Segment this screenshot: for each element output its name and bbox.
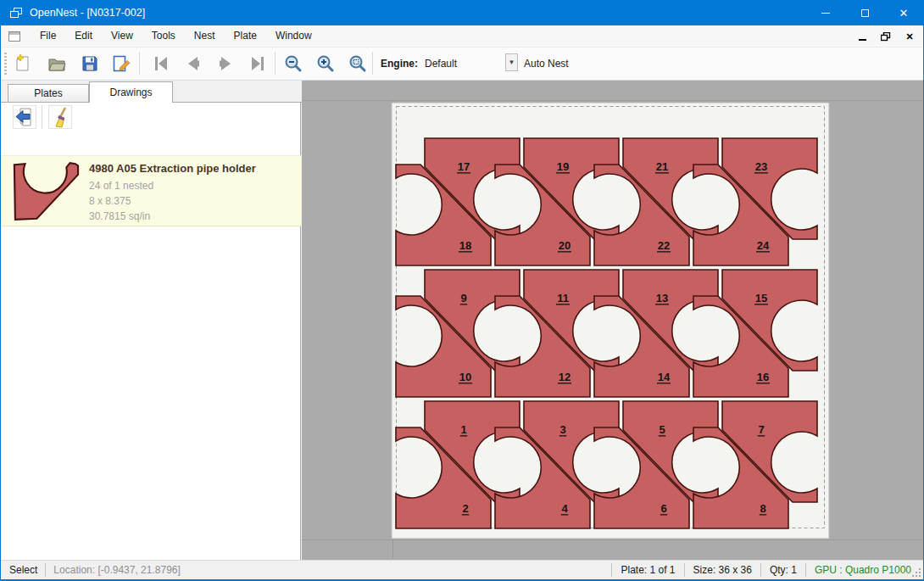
engine-combo-arrow-icon[interactable]: ▼ xyxy=(505,53,518,71)
open-button[interactable] xyxy=(46,52,68,75)
engine-combobox[interactable]: Default xyxy=(425,58,457,70)
first-plate-button[interactable] xyxy=(150,52,172,75)
menu-window[interactable]: Window xyxy=(266,25,321,47)
close-button[interactable]: ✕ xyxy=(884,0,923,25)
sidebar-tabs: Plates Drawings xyxy=(1,81,302,103)
mdi-child-icon[interactable] xyxy=(8,31,20,42)
tab-plates[interactable]: Plates xyxy=(8,84,89,103)
resize-grip[interactable] xyxy=(912,568,921,578)
zoom-extents-icon xyxy=(348,53,368,74)
nav-last-icon xyxy=(248,53,268,74)
part-number: 7 xyxy=(758,423,764,436)
part-number: 1 xyxy=(460,423,466,436)
mdi-restore-button[interactable] xyxy=(877,29,894,44)
clear-drawings-button[interactable] xyxy=(48,105,72,129)
drawing-list-item[interactable]: 4980 A05 Extraction pipe holder 24 of 1 … xyxy=(1,155,301,226)
status-plate: Plate: 1 of 1 xyxy=(621,564,675,576)
part-number: 15 xyxy=(755,292,767,304)
nav-next-icon xyxy=(215,53,236,74)
maximize-button[interactable] xyxy=(845,0,884,25)
mdi-close-button[interactable]: ✕ xyxy=(901,29,918,44)
maximize-icon xyxy=(861,9,869,17)
zoom-in-button[interactable] xyxy=(314,52,337,75)
new-file-button[interactable] xyxy=(14,52,36,75)
nav-first-icon xyxy=(151,53,171,74)
part-number: 20 xyxy=(559,239,571,252)
part-number: 17 xyxy=(458,160,470,173)
tab-drawings[interactable]: Drawings xyxy=(89,81,173,103)
engine-label: Engine: xyxy=(381,58,418,70)
new-file-icon xyxy=(14,53,35,74)
mdi-restore-icon xyxy=(881,32,891,42)
part-number: 5 xyxy=(659,423,665,436)
move-to-plates-button[interactable] xyxy=(13,105,36,129)
part-number: 6 xyxy=(660,502,666,515)
part-number: 23 xyxy=(755,160,767,173)
save-edit-icon xyxy=(111,53,131,74)
clear-broom-icon xyxy=(49,106,71,128)
menu-nest[interactable]: Nest xyxy=(185,25,225,47)
drawing-area: 30.7815 sq/in xyxy=(89,210,150,222)
menu-tools[interactable]: Tools xyxy=(142,25,185,47)
save-button[interactable] xyxy=(79,52,101,75)
save-edit-button[interactable] xyxy=(110,52,132,75)
status-gpu: GPU : Quadro P1000 xyxy=(815,564,911,576)
menu-view[interactable]: View xyxy=(102,25,142,47)
prev-plate-button[interactable] xyxy=(182,52,204,75)
status-separator xyxy=(684,563,685,577)
zoom-out-button[interactable] xyxy=(282,52,304,75)
next-plate-button[interactable] xyxy=(214,52,237,75)
minimize-icon xyxy=(821,13,830,14)
toolbar-grip xyxy=(4,53,7,75)
part-number: 24 xyxy=(757,239,770,252)
mdi-minimize-button[interactable] xyxy=(854,29,871,44)
mdi-minimize-icon xyxy=(859,39,866,41)
part-number: 16 xyxy=(757,371,769,383)
app-window: OpenNest - [N0317-002] ✕ File Edit View … xyxy=(0,0,924,581)
last-plate-button[interactable] xyxy=(247,52,269,75)
drawing-thumbnail xyxy=(11,161,82,222)
part-number: 4 xyxy=(561,502,568,515)
menu-file[interactable]: File xyxy=(31,25,65,47)
move-to-plates-icon xyxy=(14,106,36,128)
part-number: 18 xyxy=(459,239,471,252)
nest-canvas[interactable]: 171921231820222491113151012141613572468 xyxy=(302,81,924,560)
status-mode: Select xyxy=(9,564,37,576)
drawings-panel: 4980 A05 Extraction pipe holder 24 of 1 … xyxy=(1,103,301,560)
open-folder-icon xyxy=(47,53,67,74)
zoom-extents-button[interactable] xyxy=(347,52,369,75)
menu-edit[interactable]: Edit xyxy=(65,25,102,47)
part-number: 22 xyxy=(658,239,670,252)
part-number: 11 xyxy=(557,292,569,304)
status-size: Size: 36 x 36 xyxy=(693,564,752,576)
part-number: 10 xyxy=(459,371,471,383)
minimize-button[interactable] xyxy=(806,0,845,25)
menu-bar: File Edit View Tools Nest Plate Window ✕ xyxy=(1,25,923,47)
status-separator xyxy=(45,563,46,577)
part-number: 2 xyxy=(462,502,468,515)
save-icon xyxy=(80,53,100,74)
part-number: 3 xyxy=(559,423,565,436)
part-number: 13 xyxy=(656,292,668,304)
auto-nest-button[interactable]: Auto Nest xyxy=(524,58,569,70)
window-title: OpenNest - [N0317-002] xyxy=(30,7,145,19)
menu-plate[interactable]: Plate xyxy=(225,25,266,47)
status-location: Location: [-0.9437, 21.8796] xyxy=(53,564,180,576)
drawing-title: 4980 A05 Extraction pipe holder xyxy=(89,162,256,175)
zoom-out-icon xyxy=(283,53,303,74)
status-qty: Qty: 1 xyxy=(770,564,797,576)
status-bar: Select Location: [-0.9437, 21.8796] Plat… xyxy=(1,560,923,579)
status-separator xyxy=(611,563,612,577)
drawings-toolbar xyxy=(1,103,300,131)
part-number: 19 xyxy=(557,160,569,173)
nest-canvas-svg: 171921231820222491113151012141613572468 xyxy=(302,81,924,560)
part-number: 14 xyxy=(658,371,671,383)
mdi-close-icon: ✕ xyxy=(905,31,913,42)
title-bar: OpenNest - [N0317-002] ✕ xyxy=(1,0,923,25)
drawing-dimensions: 8 x 8.375 xyxy=(89,195,131,207)
app-icon xyxy=(10,8,23,19)
status-separator xyxy=(805,563,806,577)
drawing-nested-count: 24 of 1 nested xyxy=(89,180,153,192)
status-separator xyxy=(760,563,761,577)
part-number: 8 xyxy=(760,502,765,515)
